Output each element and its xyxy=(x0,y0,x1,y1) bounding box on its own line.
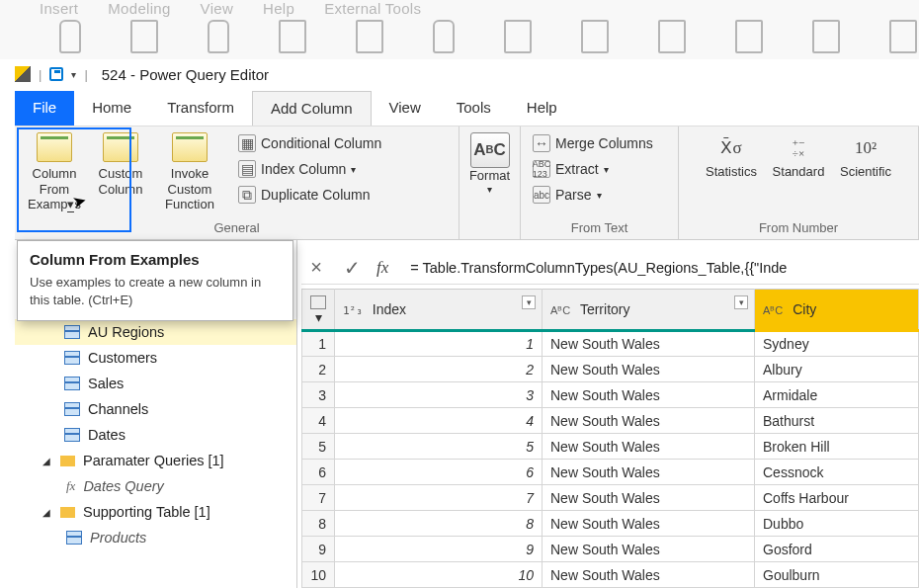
row-number[interactable]: 10 xyxy=(302,562,335,588)
cancel-formula-button[interactable]: × xyxy=(305,256,327,279)
query-customers[interactable]: Customers xyxy=(15,345,296,371)
cell-city[interactable]: Bathurst xyxy=(755,408,919,434)
duplicate-column-button[interactable]: ⧉ Duplicate Column xyxy=(234,182,385,208)
table-row[interactable]: 1010New South WalesGoulburn xyxy=(302,562,919,588)
cell-index[interactable]: 10 xyxy=(335,562,543,588)
row-header-corner[interactable]: ▾ xyxy=(302,290,335,331)
query-au-regions[interactable]: AU Regions xyxy=(15,319,296,345)
cell-index[interactable]: 3 xyxy=(335,382,543,408)
cell-index[interactable]: 2 xyxy=(335,357,543,382)
table-icon xyxy=(64,351,80,365)
tab-file[interactable]: File xyxy=(15,91,74,126)
table-row[interactable]: 99New South WalesGosford xyxy=(302,537,919,562)
tab-help[interactable]: Help xyxy=(509,91,575,126)
column-header-territory[interactable]: AᴮC Territory ▾ xyxy=(543,290,755,331)
collapse-icon: ◢ xyxy=(42,507,50,518)
tab-home[interactable]: Home xyxy=(74,91,149,126)
column-filter-icon[interactable]: ▾ xyxy=(522,295,536,309)
format-button[interactable]: ABC Format▾ xyxy=(467,130,512,196)
table-row[interactable]: 88New South WalesDubbo xyxy=(302,511,919,537)
cell-index[interactable]: 8 xyxy=(335,511,543,537)
standard-button[interactable]: +−÷× Standard xyxy=(771,130,826,180)
qat-dropdown-icon[interactable]: ▾ xyxy=(71,69,76,80)
cell-territory[interactable]: New South Wales xyxy=(543,357,755,382)
table-row[interactable]: 77New South WalesCoffs Harbour xyxy=(302,485,919,511)
table-row[interactable]: 22New South WalesAlbury xyxy=(302,357,919,382)
custom-column-button[interactable]: Custom Column xyxy=(92,130,149,197)
table-row[interactable]: 66New South WalesCessnock xyxy=(302,460,919,485)
cell-city[interactable]: Sydney xyxy=(755,331,919,357)
extract-button[interactable]: ABC123 Extract ▾ xyxy=(529,156,657,182)
cell-index[interactable]: 5 xyxy=(335,434,543,460)
extract-icon: ABC123 xyxy=(533,160,550,178)
query-sales[interactable]: Sales xyxy=(15,371,296,396)
row-number[interactable]: 2 xyxy=(302,357,335,382)
accept-formula-button[interactable]: ✓ xyxy=(341,256,363,280)
type-number-icon: 1²₃ xyxy=(343,304,363,317)
folder-parameter-queries[interactable]: ◢Paramater Queries [1] xyxy=(15,448,296,473)
table-row[interactable]: 44New South WalesBathurst xyxy=(302,408,919,434)
row-number[interactable]: 3 xyxy=(302,382,335,408)
table-row[interactable]: 55New South WalesBroken Hill xyxy=(302,434,919,460)
merge-columns-button[interactable]: ↔ Merge Columns xyxy=(529,130,657,156)
cell-index[interactable]: 9 xyxy=(335,537,543,562)
cell-territory[interactable]: New South Wales xyxy=(543,460,755,485)
cell-city[interactable]: Goulburn xyxy=(755,562,919,588)
folder-icon xyxy=(60,456,75,466)
query-products[interactable]: Products xyxy=(15,525,296,550)
tab-view[interactable]: View xyxy=(372,91,439,126)
tab-transform[interactable]: Transform xyxy=(149,91,252,126)
tab-add-column[interactable]: Add Column xyxy=(252,91,372,126)
cell-territory[interactable]: New South Wales xyxy=(543,511,755,537)
cell-city[interactable]: Coffs Harbour xyxy=(755,485,919,511)
cell-territory[interactable]: New South Wales xyxy=(543,408,755,434)
cell-city[interactable]: Albury xyxy=(755,357,919,382)
cell-territory[interactable]: New South Wales xyxy=(543,331,755,357)
tooltip-body: Use examples to create a new column in t… xyxy=(30,274,281,308)
column-filter-icon[interactable]: ▾ xyxy=(734,295,748,309)
parse-icon: abc xyxy=(533,186,550,204)
cell-territory[interactable]: New South Wales xyxy=(543,537,755,562)
formula-text[interactable]: = Table.TransformColumnTypes(AU_Regions_… xyxy=(410,260,787,276)
cell-city[interactable]: Dubbo xyxy=(755,511,919,537)
row-number[interactable]: 9 xyxy=(302,537,335,562)
query-dates[interactable]: Dates xyxy=(15,422,296,448)
folder-supporting-table[interactable]: ◢Supporting Table [1] xyxy=(15,499,296,525)
save-icon[interactable] xyxy=(49,67,63,81)
row-number[interactable]: 4 xyxy=(302,408,335,434)
scientific-button[interactable]: 10² Scientific xyxy=(838,130,893,180)
formula-bar: × ✓ fx = Table.TransformColumnTypes(AU_R… xyxy=(301,251,919,285)
cell-city[interactable]: Broken Hill xyxy=(755,434,919,460)
row-number[interactable]: 1 xyxy=(302,331,335,357)
parse-button[interactable]: abc Parse ▾ xyxy=(529,182,657,208)
cell-index[interactable]: 4 xyxy=(335,408,543,434)
row-number[interactable]: 7 xyxy=(302,485,335,511)
cell-city[interactable]: Armidale xyxy=(755,382,919,408)
column-header-index[interactable]: 1²₃ Index ▾ xyxy=(335,290,543,331)
cell-territory[interactable]: New South Wales xyxy=(543,382,755,408)
cell-city[interactable]: Cessnock xyxy=(755,460,919,485)
table-row[interactable]: 33New South WalesArmidale xyxy=(302,382,919,408)
cell-territory[interactable]: New South Wales xyxy=(543,434,755,460)
statistics-button[interactable]: X̄σ Statistics xyxy=(704,130,759,180)
table-row[interactable]: 11New South WalesSydney xyxy=(302,331,919,357)
row-number[interactable]: 6 xyxy=(302,460,335,485)
cell-territory[interactable]: New South Wales xyxy=(543,485,755,511)
query-dates-query[interactable]: fxDates Query xyxy=(15,473,296,499)
cell-index[interactable]: 1 xyxy=(335,331,543,357)
cell-city[interactable]: Gosford xyxy=(755,537,919,562)
column-from-examples-icon xyxy=(37,132,72,162)
fx-icon[interactable]: fx xyxy=(376,258,388,278)
standard-icon: +−÷× xyxy=(793,132,804,164)
row-number[interactable]: 5 xyxy=(302,434,335,460)
cell-territory[interactable]: New South Wales xyxy=(543,562,755,588)
conditional-column-button[interactable]: ▦ Conditional Column xyxy=(234,130,385,156)
invoke-custom-function-button[interactable]: Invoke Custom Function xyxy=(155,130,224,212)
cell-index[interactable]: 6 xyxy=(335,460,543,485)
tab-tools[interactable]: Tools xyxy=(439,91,509,126)
index-column-button[interactable]: ▤ Index Column ▾ xyxy=(234,156,385,182)
column-header-city[interactable]: AᴮC City xyxy=(755,290,919,331)
row-number[interactable]: 8 xyxy=(302,511,335,537)
query-channels[interactable]: Channels xyxy=(15,396,296,422)
cell-index[interactable]: 7 xyxy=(335,485,543,511)
